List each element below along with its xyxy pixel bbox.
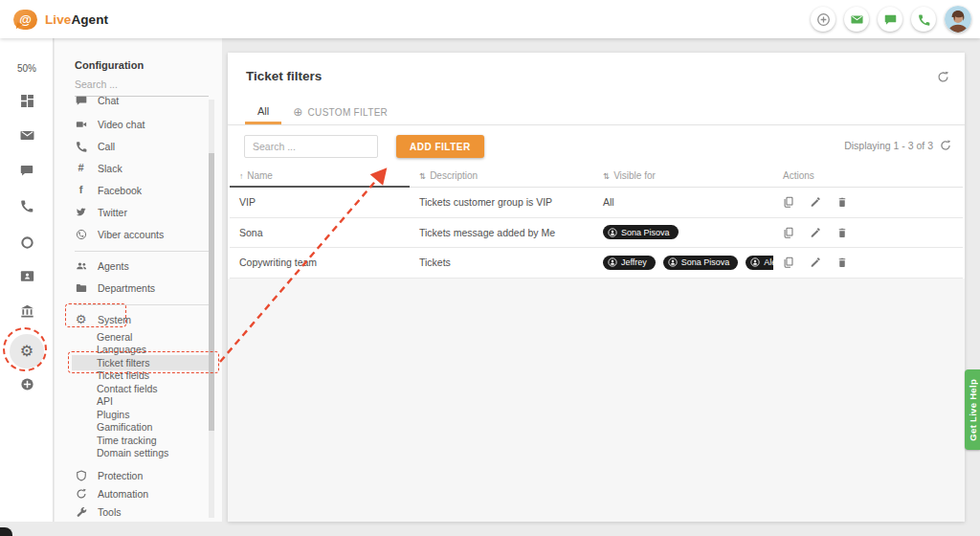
sidebar-item-call[interactable]: Call — [55, 135, 208, 157]
add-new-button[interactable] — [811, 7, 835, 32]
agent-card-icon — [20, 269, 34, 283]
rail-settings-button[interactable]: ⚙ — [10, 334, 44, 368]
ticket-filters-panel: Ticket filters All ⊕ CUSTOM FILTER ADD F… — [228, 53, 965, 522]
sidebar-item-gamification[interactable]: Gamification — [55, 421, 208, 435]
chat-bubble-icon — [884, 13, 897, 26]
sidebar-item-plugins[interactable]: Plugins — [55, 408, 208, 421]
paging-refresh-button[interactable] — [940, 140, 951, 151]
sidebar-scrollbar-thumb[interactable] — [209, 153, 214, 431]
cell-description: Tickets message added by Me — [410, 227, 593, 238]
shield-icon — [75, 470, 87, 481]
table-row-sona[interactable]: Sona Tickets message added by Me Sona Pi… — [230, 218, 963, 249]
sidebar-item-ticket-fields[interactable]: Ticket fields — [55, 369, 208, 383]
table-row-vip[interactable]: VIP Tickets customer group is VIP All — [230, 188, 963, 218]
edit-pencil-icon[interactable] — [810, 196, 821, 208]
column-header-name[interactable]: ↑ Name — [230, 170, 410, 181]
copy-icon[interactable] — [783, 257, 794, 268]
slack-icon: # — [75, 163, 87, 173]
wrench-icon — [75, 506, 87, 518]
chat-icon — [75, 96, 87, 106]
column-header-visible-for[interactable]: ⇅ Visible for — [593, 170, 773, 181]
facebook-icon: f — [75, 185, 87, 195]
rail-mail-button[interactable] — [0, 128, 54, 143]
sidebar-item-languages[interactable]: Languages — [55, 344, 208, 357]
agent-badge: Jeffrey — [603, 256, 656, 270]
panel-refresh-button[interactable] — [937, 71, 949, 83]
rail-call-button[interactable] — [0, 199, 54, 212]
sidebar-title: Configuration — [75, 59, 144, 71]
sidebar-item-contact-fields[interactable]: Contact fields — [55, 382, 208, 395]
circled-plus-icon: ⊕ — [293, 106, 302, 118]
tab-custom-filter[interactable]: ⊕ CUSTOM FILTER — [293, 100, 388, 124]
edit-pencil-icon[interactable] — [810, 227, 821, 238]
chat-button[interactable] — [878, 7, 902, 32]
topbar-actions — [811, 6, 971, 33]
dashboard-grid-icon — [20, 94, 34, 108]
sidebar-item-chat[interactable]: Chat — [55, 96, 208, 111]
column-header-actions: Actions — [773, 170, 963, 181]
call-button[interactable] — [911, 7, 936, 32]
cell-actions — [773, 196, 963, 208]
chat-bubble-icon — [20, 164, 33, 177]
sidebar-item-time-tracking[interactable]: Time tracking — [55, 434, 208, 447]
copy-icon[interactable] — [783, 227, 794, 238]
sidebar-item-video-chat[interactable]: Video chat — [55, 113, 208, 135]
filter-search-input[interactable] — [244, 135, 378, 158]
sidebar-item-agents[interactable]: Agents — [55, 255, 208, 277]
sort-both-icon: ⇅ — [419, 171, 426, 181]
sidebar-item-domain-settings[interactable]: Domain settings — [55, 447, 208, 460]
sidebar-item-twitter[interactable]: Twitter — [55, 201, 208, 223]
sidebar-item-facebook[interactable]: f Facebook — [55, 179, 208, 201]
rail-dashboard-button[interactable] — [0, 94, 54, 108]
copy-icon[interactable] — [783, 196, 794, 208]
rail-addons-button[interactable] — [0, 377, 54, 391]
sidebar-item-tools[interactable]: Tools — [55, 501, 208, 522]
cell-description: Tickets — [410, 257, 593, 268]
sidebar-item-system[interactable]: ⚙ System — [55, 308, 208, 330]
user-avatar[interactable] — [945, 6, 971, 33]
sidebar-item-viber[interactable]: Viber accounts — [55, 223, 208, 245]
table-row-copywriting-team[interactable]: Copywriting team Tickets Jeffrey Sona Pi… — [230, 248, 963, 279]
sidebar-item-ticket-filters[interactable]: Ticket filters — [55, 356, 208, 369]
liveagent-logo: @ LiveAgent — [13, 10, 108, 30]
agent-badge: Sona Pisova — [663, 256, 739, 270]
get-live-help-button[interactable]: Get Live Help — [965, 369, 980, 450]
edit-pencil-icon[interactable] — [810, 257, 821, 268]
rail-status-button[interactable] — [0, 235, 54, 250]
email-button[interactable] — [844, 7, 869, 32]
phone-icon — [75, 141, 87, 152]
delete-trash-icon[interactable] — [836, 227, 848, 238]
person-circle-icon — [668, 257, 678, 267]
refresh-icon — [75, 488, 87, 500]
sidebar-list: Chat Video chat Call # Slack f Facebook … — [55, 96, 222, 522]
add-filter-button[interactable]: ADD FILTER — [396, 135, 484, 158]
column-header-description[interactable]: ⇅ Description — [410, 170, 593, 181]
tab-all[interactable]: All — [245, 100, 281, 124]
cell-name: VIP — [230, 196, 410, 208]
logo-bubble-icon: @ — [13, 10, 37, 30]
configuration-sidebar: Configuration Chat Video chat Call # Sla… — [55, 38, 222, 522]
brand-text: LiveAgent — [45, 12, 108, 27]
rail-chat-button[interactable] — [0, 164, 54, 177]
rail-contacts-button[interactable] — [0, 269, 54, 283]
top-bar: @ LiveAgent — [0, 0, 980, 38]
cell-name: Sona — [230, 227, 410, 238]
sidebar-item-departments[interactable]: Departments — [55, 277, 208, 299]
sidebar-search-input[interactable] — [75, 78, 209, 97]
rail-billing-button[interactable] — [0, 304, 54, 319]
delete-trash-icon[interactable] — [836, 196, 848, 208]
icon-rail: 50% ⚙ — [0, 38, 54, 522]
twitter-bird-icon — [75, 207, 87, 217]
delete-trash-icon[interactable] — [836, 257, 848, 268]
sidebar-divider — [75, 304, 209, 305]
gear-icon: ⚙ — [20, 344, 33, 359]
paging-info: Displaying 1 - 3 of 3 — [844, 140, 951, 151]
folder-icon — [75, 282, 87, 294]
sidebar-item-api[interactable]: API — [55, 395, 208, 409]
sidebar-item-slack[interactable]: # Slack — [55, 157, 208, 179]
sort-both-icon: ⇅ — [603, 171, 610, 181]
cell-visible-for: Jeffrey Sona Pisova Alexandra Sch — [593, 256, 773, 270]
star-circle-icon — [20, 377, 34, 391]
sidebar-divider — [75, 251, 209, 252]
sidebar-item-general[interactable]: General — [55, 330, 208, 344]
